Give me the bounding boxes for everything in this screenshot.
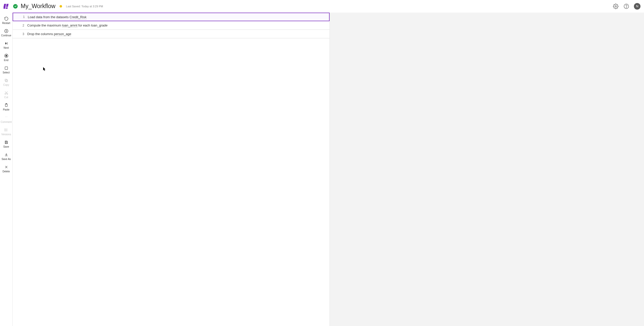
copy-icon	[4, 78, 9, 83]
step-number: 2	[13, 24, 27, 27]
step-text: Load data from the datasets Credit_Risk	[28, 15, 87, 19]
svg-point-19	[5, 129, 5, 129]
paste-label: Paste	[3, 108, 10, 111]
workflow-step-row[interactable]: 1 Load data from the datasets Credit_Ris…	[13, 13, 330, 21]
paste-icon	[4, 103, 9, 107]
cut-label: Cut	[4, 96, 8, 99]
comment-button[interactable]: Comment	[0, 113, 12, 125]
workflow-title[interactable]: My_Workflow	[21, 3, 56, 10]
end-icon	[4, 53, 9, 58]
next-label: Next	[4, 47, 9, 49]
svg-point-21	[5, 131, 5, 131]
results-panel	[330, 13, 644, 326]
help-icon[interactable]	[623, 3, 629, 9]
left-toolbar-rail: Restart Continue Next End Select	[0, 13, 13, 326]
last-saved-text: Last Saved: Today at 3:29 PM	[66, 5, 103, 8]
delete-label: Delete	[3, 170, 10, 173]
continue-button[interactable]: Continue	[0, 26, 12, 39]
copy-button[interactable]: Copy	[0, 76, 12, 88]
main-area: Restart Continue Next End Select	[0, 13, 644, 326]
top-bar-left: My_Workflow Last Saved: Today at 3:29 PM	[4, 3, 103, 10]
delete-icon	[4, 165, 9, 169]
svg-point-2	[626, 7, 626, 8]
top-bar: My_Workflow Last Saved: Today at 3:29 PM…	[0, 0, 644, 13]
save-button[interactable]: Save	[0, 138, 12, 150]
comment-label: Comment	[1, 121, 12, 123]
step-text: Compute the maximum loan_amnt for each l…	[27, 23, 108, 27]
paste-button[interactable]: Paste	[0, 101, 12, 113]
select-label: Select	[3, 71, 10, 74]
step-number: 1	[13, 15, 28, 19]
svg-point-6	[5, 55, 7, 57]
step-number: 3	[13, 32, 27, 36]
cut-icon	[4, 91, 9, 95]
mouse-cursor-icon	[43, 67, 46, 71]
cut-button[interactable]: Cut	[0, 88, 12, 101]
svg-rect-23	[6, 143, 7, 144]
save-as-label: Save As	[2, 158, 11, 160]
select-button[interactable]: Select	[0, 64, 12, 76]
restart-label: Restart	[2, 22, 10, 24]
user-avatar[interactable]: N	[634, 3, 640, 10]
workflow-step-row[interactable]: 3 Drop the columns person_age	[13, 30, 330, 38]
svg-rect-8	[6, 80, 8, 82]
app-logo-icon[interactable]	[4, 3, 10, 10]
save-label: Save	[3, 146, 9, 148]
copy-label: Copy	[3, 84, 9, 86]
next-icon	[4, 41, 9, 46]
save-as-icon	[4, 152, 9, 157]
restart-icon	[4, 16, 9, 21]
end-label: End	[4, 59, 9, 62]
continue-label: Continue	[1, 34, 11, 37]
continue-icon	[4, 29, 9, 33]
versions-icon	[4, 128, 9, 132]
status-check-icon	[13, 4, 18, 9]
comment-icon	[4, 115, 9, 120]
settings-gear-icon[interactable]	[613, 3, 619, 9]
workflow-steps-panel: 1 Load data from the datasets Credit_Ris…	[13, 13, 330, 326]
restart-button[interactable]: Restart	[0, 14, 12, 26]
next-button[interactable]: Next	[0, 39, 12, 51]
svg-point-20	[5, 130, 5, 130]
svg-rect-9	[5, 79, 7, 81]
select-icon	[4, 66, 9, 70]
top-bar-right: N	[613, 3, 640, 10]
versions-button[interactable]: Versions	[0, 125, 12, 138]
end-button[interactable]: End	[0, 51, 12, 64]
svg-point-0	[615, 6, 616, 7]
svg-rect-7	[5, 67, 8, 70]
versions-label: Versions	[1, 133, 11, 136]
save-icon	[4, 140, 9, 145]
step-text: Drop the columns person_age	[27, 32, 71, 36]
unsaved-dot-icon	[60, 5, 62, 8]
workflow-step-row[interactable]: 2 Compute the maximum loan_amnt for each…	[13, 21, 330, 30]
save-as-button[interactable]: Save As	[0, 150, 12, 162]
svg-rect-4	[7, 42, 7, 44]
svg-rect-22	[6, 141, 7, 142]
delete-button[interactable]: Delete	[0, 162, 12, 175]
